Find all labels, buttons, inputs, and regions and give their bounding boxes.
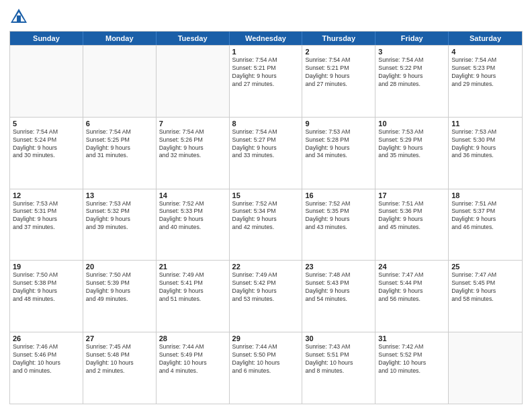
calendar-header: SundayMondayTuesdayWednesdayThursdayFrid… [10, 32, 522, 45]
day-number: 15 [232, 191, 300, 199]
day-info: Sunrise: 7:50 AM Sunset: 5:38 PM Dayligh… [13, 271, 80, 304]
calendar-cell [449, 332, 522, 404]
calendar-cell: 30Sunrise: 7:43 AM Sunset: 5:51 PM Dayli… [302, 332, 375, 404]
day-info: Sunrise: 7:44 AM Sunset: 5:49 PM Dayligh… [159, 343, 226, 375]
weekday-header-thursday: Thursday [302, 32, 375, 45]
day-number: 28 [159, 334, 226, 342]
day-number: 4 [451, 48, 519, 56]
day-number: 23 [305, 263, 372, 271]
day-info: Sunrise: 7:46 AM Sunset: 5:46 PM Dayligh… [13, 343, 80, 375]
page-container: SundayMondayTuesdayWednesdayThursdayFrid… [0, 0, 532, 411]
day-number: 17 [378, 191, 445, 199]
day-number: 7 [159, 120, 226, 128]
calendar-cell: 4Sunrise: 7:54 AM Sunset: 5:23 PM Daylig… [449, 46, 522, 117]
calendar-cell: 12Sunrise: 7:53 AM Sunset: 5:31 PM Dayli… [10, 189, 83, 261]
day-info: Sunrise: 7:50 AM Sunset: 5:39 PM Dayligh… [86, 271, 153, 304]
day-info: Sunrise: 7:53 AM Sunset: 5:32 PM Dayligh… [86, 200, 153, 232]
day-info: Sunrise: 7:52 AM Sunset: 5:33 PM Dayligh… [159, 200, 226, 232]
calendar-cell: 17Sunrise: 7:51 AM Sunset: 5:36 PM Dayli… [375, 189, 449, 261]
calendar-cell: 7Sunrise: 7:54 AM Sunset: 5:26 PM Daylig… [157, 118, 230, 189]
day-info: Sunrise: 7:48 AM Sunset: 5:43 PM Dayligh… [305, 271, 372, 304]
calendar-cell: 3Sunrise: 7:54 AM Sunset: 5:22 PM Daylig… [375, 46, 449, 117]
day-number: 20 [86, 263, 153, 271]
calendar-cell: 21Sunrise: 7:49 AM Sunset: 5:41 PM Dayli… [157, 261, 230, 332]
day-number: 12 [13, 191, 80, 199]
day-info: Sunrise: 7:52 AM Sunset: 5:35 PM Dayligh… [305, 200, 372, 232]
calendar-cell: 25Sunrise: 7:47 AM Sunset: 5:45 PM Dayli… [449, 261, 522, 332]
calendar-cell: 24Sunrise: 7:47 AM Sunset: 5:44 PM Dayli… [375, 261, 449, 332]
calendar-cell: 1Sunrise: 7:54 AM Sunset: 5:21 PM Daylig… [230, 46, 303, 117]
day-info: Sunrise: 7:54 AM Sunset: 5:27 PM Dayligh… [232, 128, 300, 161]
calendar-row-1: 5Sunrise: 7:54 AM Sunset: 5:24 PM Daylig… [10, 117, 522, 189]
day-info: Sunrise: 7:51 AM Sunset: 5:36 PM Dayligh… [378, 200, 445, 232]
day-info: Sunrise: 7:53 AM Sunset: 5:28 PM Dayligh… [305, 128, 372, 161]
calendar-cell: 14Sunrise: 7:52 AM Sunset: 5:33 PM Dayli… [157, 189, 230, 261]
calendar-cell: 10Sunrise: 7:53 AM Sunset: 5:29 PM Dayli… [375, 118, 449, 189]
day-info: Sunrise: 7:42 AM Sunset: 5:52 PM Dayligh… [378, 343, 445, 375]
day-number: 11 [451, 120, 519, 128]
logo [9, 7, 31, 26]
calendar-cell: 26Sunrise: 7:46 AM Sunset: 5:46 PM Dayli… [10, 332, 83, 404]
day-info: Sunrise: 7:54 AM Sunset: 5:22 PM Dayligh… [378, 56, 445, 89]
calendar-cell: 22Sunrise: 7:49 AM Sunset: 5:42 PM Dayli… [230, 261, 303, 332]
day-info: Sunrise: 7:53 AM Sunset: 5:29 PM Dayligh… [378, 128, 445, 161]
calendar-cell: 9Sunrise: 7:53 AM Sunset: 5:28 PM Daylig… [302, 118, 375, 189]
day-info: Sunrise: 7:54 AM Sunset: 5:21 PM Dayligh… [232, 56, 300, 89]
day-number: 2 [305, 48, 372, 56]
day-info: Sunrise: 7:54 AM Sunset: 5:26 PM Dayligh… [159, 128, 226, 161]
calendar-cell: 6Sunrise: 7:54 AM Sunset: 5:25 PM Daylig… [83, 118, 157, 189]
day-number: 31 [378, 334, 445, 342]
day-info: Sunrise: 7:54 AM Sunset: 5:25 PM Dayligh… [86, 128, 153, 161]
day-number: 9 [305, 120, 372, 128]
calendar-row-4: 26Sunrise: 7:46 AM Sunset: 5:46 PM Dayli… [10, 332, 522, 404]
calendar-row-2: 12Sunrise: 7:53 AM Sunset: 5:31 PM Dayli… [10, 189, 522, 261]
day-info: Sunrise: 7:53 AM Sunset: 5:30 PM Dayligh… [451, 128, 519, 161]
day-number: 19 [13, 263, 80, 271]
day-info: Sunrise: 7:43 AM Sunset: 5:51 PM Dayligh… [305, 343, 372, 375]
day-number: 13 [86, 191, 153, 199]
calendar-cell: 23Sunrise: 7:48 AM Sunset: 5:43 PM Dayli… [302, 261, 375, 332]
day-number: 5 [13, 120, 80, 128]
day-number: 3 [378, 48, 445, 56]
day-number: 6 [86, 120, 153, 128]
day-number: 8 [232, 120, 300, 128]
calendar-cell: 13Sunrise: 7:53 AM Sunset: 5:32 PM Dayli… [83, 189, 157, 261]
page-header [9, 7, 523, 26]
weekday-header-saturday: Saturday [449, 32, 522, 45]
day-number: 14 [159, 191, 226, 199]
day-info: Sunrise: 7:49 AM Sunset: 5:42 PM Dayligh… [232, 271, 300, 304]
day-number: 18 [451, 191, 519, 199]
calendar: SundayMondayTuesdayWednesdayThursdayFrid… [9, 31, 523, 404]
day-number: 22 [232, 263, 300, 271]
weekday-header-wednesday: Wednesday [230, 32, 303, 45]
weekday-header-tuesday: Tuesday [157, 32, 230, 45]
day-info: Sunrise: 7:45 AM Sunset: 5:48 PM Dayligh… [86, 343, 153, 375]
day-number: 30 [305, 334, 372, 342]
calendar-row-0: 1Sunrise: 7:54 AM Sunset: 5:21 PM Daylig… [10, 45, 522, 117]
calendar-cell: 11Sunrise: 7:53 AM Sunset: 5:30 PM Dayli… [449, 118, 522, 189]
weekday-header-monday: Monday [83, 32, 157, 45]
day-info: Sunrise: 7:54 AM Sunset: 5:21 PM Dayligh… [305, 56, 372, 89]
weekday-header-friday: Friday [375, 32, 449, 45]
calendar-body: 1Sunrise: 7:54 AM Sunset: 5:21 PM Daylig… [10, 45, 522, 404]
day-number: 1 [232, 48, 300, 56]
calendar-cell: 8Sunrise: 7:54 AM Sunset: 5:27 PM Daylig… [230, 118, 303, 189]
day-info: Sunrise: 7:49 AM Sunset: 5:41 PM Dayligh… [159, 271, 226, 304]
calendar-cell: 28Sunrise: 7:44 AM Sunset: 5:49 PM Dayli… [157, 332, 230, 404]
calendar-cell: 27Sunrise: 7:45 AM Sunset: 5:48 PM Dayli… [83, 332, 157, 404]
day-info: Sunrise: 7:52 AM Sunset: 5:34 PM Dayligh… [232, 200, 300, 232]
day-number: 21 [159, 263, 226, 271]
day-number: 29 [232, 334, 300, 342]
calendar-cell [157, 46, 230, 117]
logo-icon [9, 7, 28, 26]
calendar-cell: 31Sunrise: 7:42 AM Sunset: 5:52 PM Dayli… [375, 332, 449, 404]
day-number: 10 [378, 120, 445, 128]
day-info: Sunrise: 7:47 AM Sunset: 5:44 PM Dayligh… [378, 271, 445, 304]
day-info: Sunrise: 7:51 AM Sunset: 5:37 PM Dayligh… [451, 200, 519, 232]
calendar-cell: 20Sunrise: 7:50 AM Sunset: 5:39 PM Dayli… [83, 261, 157, 332]
day-number: 26 [13, 334, 80, 342]
day-number: 27 [86, 334, 153, 342]
day-info: Sunrise: 7:54 AM Sunset: 5:23 PM Dayligh… [451, 56, 519, 89]
day-info: Sunrise: 7:44 AM Sunset: 5:50 PM Dayligh… [232, 343, 300, 375]
calendar-cell: 19Sunrise: 7:50 AM Sunset: 5:38 PM Dayli… [10, 261, 83, 332]
